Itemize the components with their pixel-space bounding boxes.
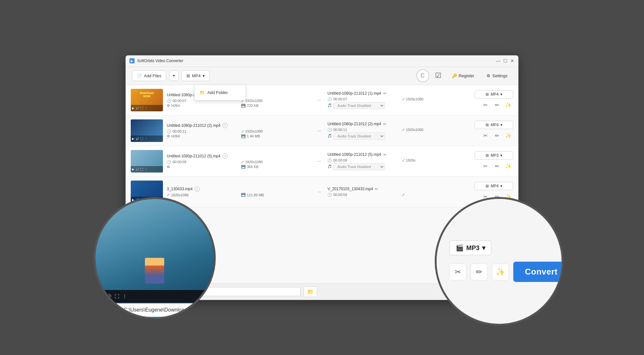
output-format-button[interactable]: ⊞ MP3 ▾ (475, 151, 513, 160)
table-row: ▶ 🔊 ⛶ ⋮ Untitled-1080p-211012 (5).mp4 i … (126, 146, 518, 177)
edit-button[interactable]: ✏ (492, 100, 502, 110)
edit-icon[interactable]: ✏ (375, 187, 378, 192)
zoom-action-row: ✂ ✏ ✨ Convert (450, 262, 564, 282)
settings-label: Settings (492, 73, 507, 78)
app-title: SoftOrbits Video Converter (137, 59, 496, 63)
enhance-button[interactable]: ✨ (504, 131, 513, 141)
zoom-edit-button[interactable]: ✏ (471, 264, 488, 280)
zoom-format-row: 🎬 MP3 ▾ (450, 240, 491, 255)
output-format-button[interactable]: ⊞ MP4 ▾ (475, 90, 513, 98)
format-label: MP4 (192, 73, 201, 78)
format-grid-icon: ⊞ (186, 73, 190, 78)
edit-icon[interactable]: ✏ (383, 91, 387, 96)
play-icon[interactable]: ▶ (132, 168, 134, 171)
audio-icon: 🎵 (327, 103, 332, 107)
resolution-icon: ⤢ (167, 193, 170, 197)
zoom-play-icon[interactable]: ▶ (99, 294, 103, 299)
info-icon[interactable]: i (223, 123, 228, 128)
size-icon: 💾 (241, 104, 246, 108)
codec-value: H264 (171, 104, 180, 107)
zoom-cut-button[interactable]: ✂ (450, 264, 466, 280)
edit-button[interactable]: ✏ (492, 131, 502, 141)
output-format-button[interactable]: ⊞ MP4 ▾ (475, 121, 513, 129)
cut-button[interactable]: ✂ (480, 100, 490, 110)
fullscreen-icon[interactable]: ⛶ (140, 137, 143, 140)
zoom-volume-icon[interactable]: 🔊 (106, 294, 111, 299)
more-icon[interactable]: ⋮ (145, 137, 147, 140)
zoom-saveto-bar: Save to C:\Users\Eugene\Downloads (95, 303, 214, 317)
play-icon[interactable]: ▶ (132, 137, 134, 140)
action-icons: ✂ ✏ ✨ (480, 131, 513, 141)
cut-button[interactable]: ✂ (480, 131, 490, 141)
add-folder-label: Add Folder (207, 90, 228, 95)
file-name-text: Untitled-1080p-211012 (2).mp4 (167, 123, 221, 128)
app-window: ▶ SoftOrbits Video Converter — ☐ ✕ 📄 Add… (126, 55, 518, 300)
zoom-save-to-label: Save to (100, 307, 121, 313)
audio-track-select[interactable]: Audio Track Disabled (333, 163, 385, 170)
out-duration-icon: 🕐 (327, 128, 332, 132)
format-selector-button[interactable]: ⊞ MP4 ▾ (182, 70, 210, 81)
more-icon[interactable]: ⋮ (145, 107, 147, 110)
more-icon[interactable]: ⋮ (145, 168, 147, 171)
info-icon[interactable]: i (223, 154, 228, 159)
audio-track-select[interactable]: Audio Track Disabled (333, 102, 385, 109)
resolution-value: 1920x1080 (245, 99, 263, 103)
zoom-fullscreen-icon[interactable]: ⛶ (115, 294, 119, 299)
zoom-enhance-button[interactable]: ✨ (492, 264, 509, 280)
minimize-button[interactable]: — (496, 59, 500, 63)
fullscreen-icon[interactable]: ⛶ (140, 168, 143, 171)
check-button[interactable]: ☑ (432, 70, 444, 81)
size-icon: 💾 (241, 165, 246, 169)
thumbnail: DownloadNOW ▶ 🔊 ⛶ ⋮ (131, 89, 163, 111)
volume-icon[interactable]: 🔊 (136, 107, 139, 110)
codec-icon: ⚙ (167, 104, 170, 108)
register-button[interactable]: 🔑 Register (447, 71, 479, 81)
register-icon: 🔑 (452, 73, 457, 78)
restore-button[interactable]: ☐ (503, 59, 507, 63)
audio-track-select[interactable]: Audio Track Disabled (333, 133, 385, 140)
zoom-convert-button[interactable]: Convert (513, 262, 564, 282)
browse-folder-button[interactable]: 📁 (304, 286, 317, 297)
volume-icon[interactable]: 🔊 (136, 137, 139, 140)
thumbnail: ▶ 🔊 ⛶ ⋮ (131, 119, 163, 142)
edit-icon[interactable]: ✏ (383, 152, 387, 157)
zoom-save-to-path: C:\Users\Eugene\Downloads (124, 307, 190, 313)
zoom-format-arrow: ▾ (482, 244, 485, 252)
out-duration-icon: 🕐 (327, 158, 332, 163)
out-duration-icon: 🕐 (327, 193, 332, 197)
enhance-button[interactable]: ✨ (504, 100, 513, 110)
format-dropdown-icon: ▾ (500, 153, 502, 158)
fullscreen-icon[interactable]: ⛶ (140, 107, 143, 110)
audio-icon: 🎵 (327, 164, 332, 169)
size-icon: 💾 (241, 134, 246, 138)
volume-icon[interactable]: 🔊 (136, 168, 139, 171)
zoom-right-content: 🎬 MP3 ▾ ✂ ✏ ✨ Convert (437, 199, 562, 324)
add-files-dropdown-button[interactable]: ▾ (169, 70, 178, 81)
action-icons: ✂ ✏ ✨ (480, 100, 513, 110)
codec-icon: ⚙ (167, 134, 170, 138)
app-icon: ▶ (129, 58, 135, 63)
format-dropdown-icon: ▾ (500, 92, 502, 97)
folder-icon: 📁 (200, 90, 205, 95)
audio-icon: 🎵 (327, 134, 332, 138)
edit-icon[interactable]: ✏ (383, 122, 387, 126)
info-icon[interactable]: i (194, 186, 200, 192)
zoom-format-button[interactable]: 🎬 MP3 ▾ (450, 240, 491, 255)
edit-button[interactable]: ✏ (492, 162, 502, 171)
convert-circle-button[interactable]: C (416, 69, 429, 82)
window-controls: — ☐ ✕ (496, 59, 515, 63)
play-icon[interactable]: ▶ (132, 107, 134, 110)
zoom-left-content: ▶ 🔊 ⛶ ⋮ Save to C:\Users\Eugene\Download… (95, 199, 214, 317)
close-button[interactable]: ✕ (510, 59, 515, 63)
size-value: 720 KB (247, 104, 259, 107)
zoom-video-area (95, 199, 214, 290)
add-files-button[interactable]: 📄 Add Files (132, 70, 166, 81)
settings-button[interactable]: ⚙ Settings (482, 71, 512, 81)
zoom-more-icon[interactable]: ⋮ (122, 294, 127, 299)
output-format-button[interactable]: ⊞ MP4 ▾ (475, 182, 513, 190)
action-icons: ✂ ✏ ✨ (480, 162, 513, 171)
add-folder-item[interactable]: 📁 Add Folder (194, 87, 245, 98)
zoom-enhance-icon: ✨ (496, 267, 505, 276)
cut-button[interactable]: ✂ (480, 162, 490, 171)
enhance-button[interactable]: ✨ (504, 162, 513, 171)
